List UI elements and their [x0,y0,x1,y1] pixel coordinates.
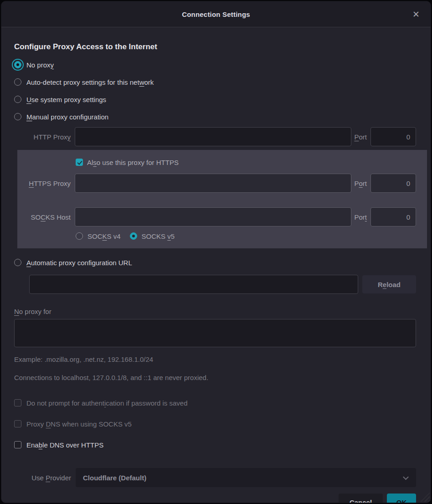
radio-no-proxy-label: No proxy [26,61,54,69]
radio-system-proxy[interactable] [14,96,21,103]
radio-row-auto-url[interactable]: Automatic proxy configuration URL [14,254,416,271]
also-https-checkbox[interactable] [76,159,83,166]
socks-port-input[interactable]: 0 [370,207,416,226]
proxy-dns-row[interactable]: Proxy DNS when using SOCKS v5 [14,413,416,434]
auto-url-row: Reload [29,275,416,294]
no-prompt-auth-label: Do not prompt for authentication if pass… [26,399,188,407]
doh-label: Enable DNS over HTTPS [26,441,103,449]
https-proxy-input[interactable] [75,174,351,193]
radio-row-auto-detect[interactable]: Auto-detect proxy settings for this netw… [14,73,416,91]
dialog-footer: Cancel OK [14,494,416,503]
also-https-label: Also use this proxy for HTTPS [87,159,179,166]
radio-socks-v5-label: SOCKS v5 [142,232,175,240]
radio-manual-proxy-label: Manual proxy configuration [26,113,108,121]
http-proxy-input[interactable] [75,127,351,146]
socks-port-label: Port [351,213,370,221]
connection-settings-dialog: Connection Settings ✕ Configure Proxy Ac… [1,1,431,503]
no-proxy-example-text: Example: .mozilla.org, .net.nz, 192.168.… [14,355,416,363]
auto-url-input[interactable] [29,275,358,294]
radio-row-no-proxy[interactable]: No proxy [14,56,416,73]
radio-row-manual-proxy[interactable]: Manual proxy configuration [14,108,416,125]
close-icon[interactable]: ✕ [410,8,422,21]
no-proxy-note-text: Connections to localhost, 127.0.0.1/8, a… [14,374,416,381]
http-proxy-row: HTTP Proxy Port 0 [14,126,416,147]
no-prompt-auth-checkbox[interactable] [14,399,21,406]
socks-host-label: SOCKS Host [17,213,75,221]
https-port-label: Port [351,180,370,187]
socks-host-row: SOCKS Host Port 0 [17,206,416,227]
also-https-row[interactable]: Also use this proxy for HTTPS [17,154,416,170]
doh-checkbox[interactable] [14,441,21,448]
radio-auto-detect-label: Auto-detect proxy settings for this netw… [26,78,154,86]
no-proxy-for-textarea[interactable] [14,319,416,347]
cancel-button[interactable]: Cancel [339,494,383,503]
doh-row[interactable]: Enable DNS over HTTPS [14,434,416,455]
provider-dropdown-value: Cloudflare (Default) [83,474,146,482]
https-port-input[interactable]: 0 [370,174,416,193]
dialog-content: Configure Proxy Access to the Internet N… [1,42,431,503]
radio-auto-url-label: Automatic proxy configuration URL [26,259,132,267]
no-prompt-auth-row[interactable]: Do not prompt for authentication if pass… [14,392,416,413]
http-proxy-label: HTTP Proxy [14,133,75,141]
http-port-input[interactable]: 0 [370,127,416,146]
provider-dropdown[interactable]: Cloudflare (Default) [76,468,416,487]
ok-button[interactable]: OK [387,494,416,503]
https-socks-highlight-section: Also use this proxy for HTTPS HTTPS Prox… [17,150,427,248]
radio-auto-url[interactable] [14,259,21,266]
radio-row-system-proxy[interactable]: Use system proxy settings [14,91,416,108]
dialog-title: Connection Settings [182,10,250,18]
socks-host-input[interactable] [75,207,351,226]
http-port-label: Port [351,133,370,141]
socks-version-row: SOCKS v4 SOCKS v5 [17,228,416,244]
https-proxy-row: HTTPS Proxy Port 0 [17,173,416,194]
dialog-titlebar: Connection Settings ✕ [1,1,431,27]
chevron-down-icon [403,474,409,480]
radio-no-proxy[interactable] [14,61,21,68]
provider-row: Use Provider Cloudflare (Default) [14,468,416,487]
radio-socks-v4[interactable] [76,232,83,240]
radio-system-proxy-label: Use system proxy settings [26,96,106,103]
radio-socks-v4-label: SOCKS v4 [87,232,121,240]
https-proxy-label: HTTPS Proxy [17,180,75,187]
no-proxy-for-label: No proxy for [14,308,416,315]
proxy-dns-checkbox[interactable] [14,420,21,427]
radio-auto-detect[interactable] [14,78,21,86]
radio-manual-proxy[interactable] [14,113,21,120]
radio-socks-v5[interactable] [130,232,137,240]
reload-button[interactable]: Reload [362,275,416,293]
use-provider-label: Use Provider [14,474,76,482]
proxy-dns-label: Proxy DNS when using SOCKS v5 [26,420,132,428]
page-title: Configure Proxy Access to the Internet [14,42,416,51]
